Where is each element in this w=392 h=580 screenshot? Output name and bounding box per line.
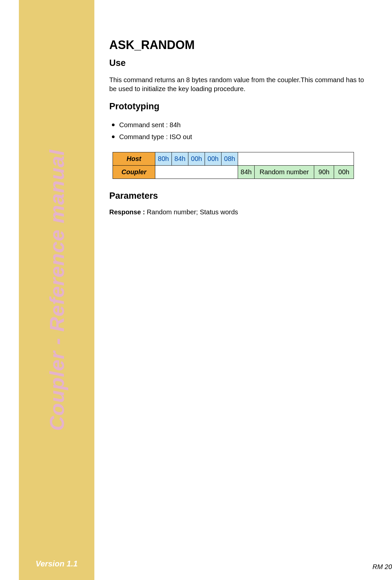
sidebar: Coupler - Reference manual Version 1.1 (19, 0, 94, 580)
version-label: Version 1.1 (19, 559, 94, 568)
section-use-heading: Use (109, 58, 373, 68)
host-byte: 84h (172, 152, 188, 166)
section-parameters-heading: Parameters (109, 191, 373, 201)
prototyping-table: Host 80h 84h 00h 00h 08h Coupler 84h Ran… (113, 152, 373, 179)
table-row-host: Host 80h 84h 00h 00h 08h (113, 152, 354, 166)
blank-cell (155, 166, 238, 179)
main-content: ASK_RANDOM Use This command returns an 8… (109, 38, 373, 216)
page-number: RM 20 (372, 563, 392, 571)
page-title: ASK_RANDOM (109, 38, 373, 52)
bullet-item: Command type : ISO out (119, 131, 373, 143)
table-row-coupler: Coupler 84h Random number 90h 00h (113, 166, 354, 179)
response-value: Random number; Status words (147, 208, 238, 216)
prototyping-bullets: Command sent : 84h Command type : ISO ou… (109, 119, 373, 143)
host-byte: 00h (205, 152, 221, 166)
response-label: Response : (109, 208, 147, 216)
parameters-response: Response : Random number; Status words (109, 208, 373, 216)
host-byte: 00h (188, 152, 205, 166)
host-byte: 80h (155, 152, 172, 166)
row-label-coupler: Coupler (113, 166, 155, 179)
blank-cell (238, 152, 354, 166)
host-byte: 08h (221, 152, 238, 166)
row-label-host: Host (113, 152, 155, 166)
coupler-random-number: Random number (255, 166, 314, 179)
bullet-item: Command sent : 84h (119, 119, 373, 131)
coupler-status-byte: 00h (334, 166, 354, 179)
coupler-status-byte: 90h (314, 166, 334, 179)
sidebar-title: Coupler - Reference manual (45, 149, 69, 431)
section-use-body: This command returns an 8 bytes random v… (109, 76, 373, 93)
coupler-byte: 84h (238, 166, 255, 179)
section-prototyping-heading: Prototyping (109, 101, 373, 112)
